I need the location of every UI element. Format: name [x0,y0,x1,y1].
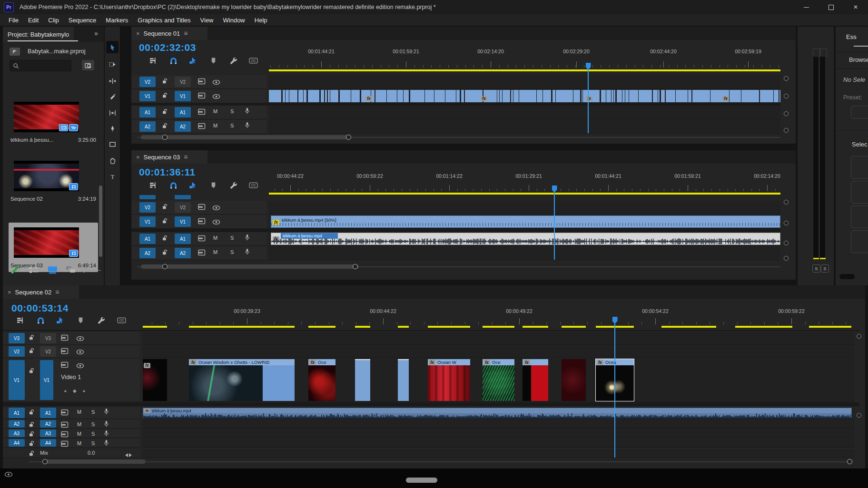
project-scrollbar[interactable] [99,185,102,257]
track-source-patch[interactable]: A2 [9,420,25,428]
panel-menu-icon[interactable]: ≡ [55,288,59,296]
track-content-a4[interactable] [143,439,854,448]
timeline-clip[interactable] [289,90,297,102]
timeline-clip[interactable] [397,90,403,102]
track-source-patch[interactable]: V2 [139,202,156,213]
timeline-clip[interactable] [340,90,350,102]
timeline-clip[interactable] [612,90,613,102]
playhead-line[interactable] [588,69,589,133]
zoom-slider-track[interactable] [88,270,101,271]
track-height-handle[interactable] [784,128,789,133]
tab-sequence-03[interactable]: ×Sequence 03≡ [131,150,207,164]
timeline-clip[interactable] [741,90,759,102]
track-source-patch[interactable]: V2 [9,346,25,357]
snap-toggle[interactable] [168,181,178,189]
zoom-handle[interactable] [42,459,48,464]
add-marker-button[interactable] [208,56,218,65]
timeline-clip[interactable] [308,90,319,102]
track-target-toggle[interactable]: A3 [40,429,56,437]
sync-lock-icon[interactable] [198,218,206,226]
track-mute-button[interactable]: M [213,108,217,114]
track-source-patch[interactable]: V1 [139,216,156,227]
timeline-clip[interactable] [375,90,386,102]
track-mute-button[interactable]: M [77,421,81,427]
add-marker-button[interactable] [76,316,85,324]
track-lock-icon[interactable] [162,203,168,212]
track-output-eye-icon[interactable] [212,218,220,227]
tab-project[interactable]: Project: Babytakemylo [3,27,74,42]
tab-close-icon[interactable]: × [8,289,11,296]
track-output-eye-icon[interactable] [212,204,220,213]
timeline-clip[interactable] [552,90,555,102]
search-input[interactable] [10,60,71,71]
bin-name[interactable]: Babytak...make.prproj [28,48,86,55]
track-lock-icon[interactable] [29,450,35,459]
keyframe-nav-icon[interactable] [125,451,132,459]
track-source-patch[interactable]: A1 [139,234,156,244]
timeline-clip[interactable] [461,90,464,102]
menu-edit[interactable]: Edit [23,17,43,24]
timeline-clip[interactable] [497,90,499,102]
track-source-patch[interactable]: A4 [9,439,25,447]
title-bar[interactable]: Pr Adobe Premiere Pro 2022 - C:\Users\an… [0,0,868,14]
timeline-clip[interactable] [298,90,304,102]
track-lock-icon[interactable] [162,78,168,86]
track-height-handle[interactable] [784,241,789,245]
panel-scroll-pill[interactable] [839,274,855,279]
zoom-handle[interactable] [346,135,351,140]
preset-button-1[interactable] [851,156,868,179]
timeline-clip[interactable] [692,90,710,102]
zoom-slider-handle[interactable] [82,268,87,273]
horizontal-scrollbar[interactable] [46,459,146,464]
track-target-toggle[interactable]: V1 [175,91,191,101]
timeline-clip[interactable] [617,90,622,102]
track-mute-button[interactable]: M [213,249,217,255]
track-lock-icon[interactable] [162,92,168,100]
timeline-clip[interactable]: fx [143,359,167,401]
track-content-mix[interactable] [143,449,854,458]
playhead-line[interactable] [554,192,555,260]
tab-browse[interactable]: Browse [849,56,868,63]
nest-sequences-button[interactable] [15,316,25,324]
track-solo-button[interactable]: S [230,108,234,114]
track-source-patch[interactable]: V2 [139,77,156,87]
minimize-button[interactable] [794,0,819,14]
close-button[interactable]: ✕ [843,0,868,14]
timeline-clip[interactable] [760,90,773,102]
timeline-clip[interactable] [688,90,691,102]
track-lock-icon[interactable] [162,217,168,226]
timeline-clip[interactable] [601,90,606,102]
timeline-clip[interactable] [666,90,675,102]
menu-file[interactable]: File [4,17,23,24]
timeline-clip[interactable] [774,90,779,102]
track-lock-icon[interactable] [29,334,35,342]
timeline-clip[interactable] [330,90,338,102]
timeline-clip[interactable] [653,90,658,102]
freeform-view-button[interactable] [66,266,76,275]
razor-tool[interactable] [106,90,118,103]
find-in-bin-button[interactable] [82,60,94,70]
mix-volume-value[interactable]: 0.0 [88,450,95,456]
nest-sequences-button[interactable] [148,181,158,189]
timeline-clip[interactable] [658,90,659,102]
horizontal-scrollbar[interactable] [141,135,351,139]
track-content-v3[interactable] [143,332,854,345]
timeline-display-settings-button[interactable] [228,181,238,189]
solo-left-button[interactable]: S [812,264,820,273]
a1-clip[interactable]: fxtékkum á þessu.mp4 [271,233,780,245]
type-tool[interactable]: T [106,170,118,183]
menu-help[interactable]: Help [250,17,272,24]
taskbar-peek-pill[interactable] [406,478,437,483]
selection-tool[interactable] [106,41,118,53]
track-mute-button[interactable]: M [213,123,217,128]
track-output-eye-icon[interactable] [76,335,84,343]
track-target-toggle[interactable]: V3 [40,333,56,343]
timeline-clip[interactable]: fx [523,359,548,401]
track-solo-button[interactable]: S [91,440,95,446]
track-content-a2[interactable] [269,120,780,134]
track-source-patch[interactable]: A3 [9,429,25,437]
timeline-clip[interactable] [398,359,409,401]
timeline-clip[interactable] [639,90,652,102]
track-output-eye-icon[interactable] [212,78,220,87]
track-solo-button[interactable]: S [230,235,234,241]
